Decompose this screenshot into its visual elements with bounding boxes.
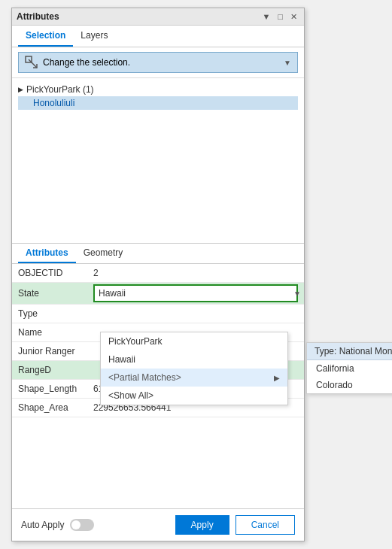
field-shape-length: Shape_Length: [12, 380, 87, 399]
dropdown-item-hawaii[interactable]: Hawaii: [101, 350, 287, 369]
table-row: OBJECTID 2: [12, 264, 304, 283]
dropdown-item-pickyourpark[interactable]: PickYourPark: [101, 332, 287, 350]
table-row-state: State ▼: [12, 283, 304, 305]
selection-bar: Change the selection. ▼: [12, 47, 304, 78]
svg-line-1: [29, 59, 37, 68]
state-input[interactable]: [93, 284, 298, 302]
change-selection-label: Change the selection.: [43, 57, 130, 68]
minimize-button[interactable]: □: [275, 12, 285, 21]
field-state: State: [12, 283, 87, 305]
dropdown-chevron-icon: ▼: [284, 59, 291, 67]
dropdown-item-showall[interactable]: <Show All>: [101, 387, 287, 405]
window-controls: ▼ □ ✕: [260, 12, 299, 22]
apply-button[interactable]: Apply: [175, 515, 229, 535]
auto-apply-section: Auto Apply: [21, 519, 94, 531]
tree-item[interactable]: Honoluliuli: [18, 96, 298, 110]
table-row: Type: [12, 305, 304, 323]
selection-icon: [25, 56, 38, 69]
field-shape-area: Shape_Area: [12, 399, 87, 417]
tree-group: ▶ PickYourPark (1) Honoluliuli: [12, 81, 304, 111]
submenu-item-colorado[interactable]: Colorado: [307, 377, 392, 393]
attr-tab-geometry[interactable]: Geometry: [76, 244, 131, 263]
pin-button[interactable]: ▼: [260, 12, 272, 21]
tree-collapse-icon: ▶: [18, 86, 23, 93]
change-selection-dropdown[interactable]: Change the selection. ▼: [18, 52, 298, 73]
field-type: Type: [12, 305, 87, 323]
auto-apply-label: Auto Apply: [21, 520, 64, 530]
cancel-button[interactable]: Cancel: [236, 515, 295, 535]
main-tabs: Selection Layers: [12, 26, 304, 47]
value-objectid: 2: [87, 264, 304, 283]
tree-group-header[interactable]: ▶ PickYourPark (1): [18, 83, 298, 96]
submenu-item-california[interactable]: California: [307, 360, 392, 377]
submenu: Type: National Monument California Color…: [306, 342, 392, 394]
tree-group-label: PickYourPark (1): [26, 84, 94, 95]
partial-arrow-icon: ▶: [274, 374, 280, 382]
attr-tab-attributes[interactable]: Attributes: [18, 244, 76, 263]
tree-section: ▶ PickYourPark (1) Honoluliuli: [12, 78, 304, 244]
field-junior-ranger: Junior Ranger: [12, 342, 87, 361]
state-dropdown-list: PickYourPark Hawaii <Partial Matches> ▶ …: [100, 332, 288, 405]
footer: Auto Apply Apply Cancel: [12, 508, 304, 541]
field-objectid: OBJECTID: [12, 264, 87, 283]
submenu-header: Type: National Monument: [307, 343, 392, 360]
value-type: [87, 305, 304, 323]
tab-selection[interactable]: Selection: [18, 26, 73, 47]
window-title: Attributes: [17, 11, 59, 22]
field-name: Name: [12, 323, 87, 342]
field-ranged: RangeD: [12, 361, 87, 380]
close-button[interactable]: ✕: [288, 12, 299, 22]
attributes-tabs: Attributes Geometry: [12, 244, 304, 264]
dropdown-item-partial[interactable]: <Partial Matches> ▶: [101, 369, 287, 387]
auto-apply-toggle[interactable]: [70, 519, 94, 531]
toggle-knob: [71, 520, 81, 529]
tab-layers[interactable]: Layers: [73, 26, 115, 47]
state-input-cell: ▼: [87, 283, 304, 305]
action-buttons: Apply Cancel: [175, 515, 295, 535]
title-bar: Attributes ▼ □ ✕: [12, 8, 304, 26]
attributes-window: Attributes ▼ □ ✕ Selection Layers Change…: [11, 8, 305, 541]
